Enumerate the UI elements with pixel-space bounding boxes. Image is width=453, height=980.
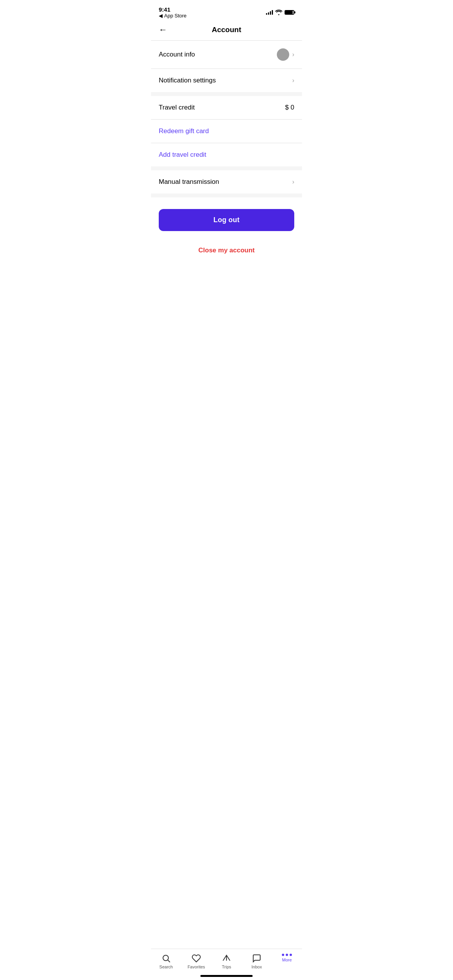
wifi-icon (275, 10, 282, 15)
account-info-chevron: › (292, 51, 294, 58)
back-arrow-small: ◀ (159, 13, 163, 19)
avatar (277, 48, 289, 61)
logout-section: Log out (151, 197, 302, 239)
redeem-gift-card-row[interactable]: Redeem gift card (151, 120, 302, 143)
manual-transmission-label: Manual transmission (159, 178, 219, 186)
close-account-button[interactable]: Close my account (151, 239, 302, 262)
travel-credit-row: Travel credit $ 0 (151, 96, 302, 119)
manual-transmission-right: › (292, 178, 294, 185)
section-divider-3 (151, 194, 302, 197)
status-app-store: ◀ App Store (159, 13, 187, 19)
signal-bars-icon (266, 10, 273, 15)
add-travel-credit-row[interactable]: Add travel credit (151, 143, 302, 166)
notification-settings-chevron: › (292, 77, 294, 84)
section-divider-1 (151, 92, 302, 96)
travel-credit-value: $ 0 (285, 104, 294, 111)
add-travel-credit-label: Add travel credit (159, 151, 206, 159)
redeem-gift-card-label: Redeem gift card (159, 127, 209, 135)
account-info-right: › (274, 48, 294, 61)
manual-transmission-row[interactable]: Manual transmission › (151, 170, 302, 194)
account-info-label: Account info (159, 51, 195, 58)
back-button[interactable]: ← (159, 25, 167, 35)
status-bar: 9:41 ◀ App Store (151, 0, 302, 19)
battery-icon (285, 10, 294, 15)
section-divider-2 (151, 166, 302, 170)
logout-button[interactable]: Log out (159, 209, 294, 231)
content-area: Account info › Notification settings › T… (151, 40, 302, 301)
notification-settings-row[interactable]: Notification settings › (151, 69, 302, 92)
status-icons (266, 10, 294, 15)
travel-credit-label: Travel credit (159, 104, 195, 111)
status-time: 9:41 (159, 6, 187, 13)
manual-transmission-chevron: › (292, 178, 294, 185)
notification-settings-right: › (292, 77, 294, 84)
status-left: 9:41 ◀ App Store (159, 6, 187, 19)
notification-settings-label: Notification settings (159, 77, 216, 84)
page-title: Account (212, 26, 241, 34)
account-info-row[interactable]: Account info › (151, 41, 302, 69)
nav-header: ← Account (151, 19, 302, 40)
